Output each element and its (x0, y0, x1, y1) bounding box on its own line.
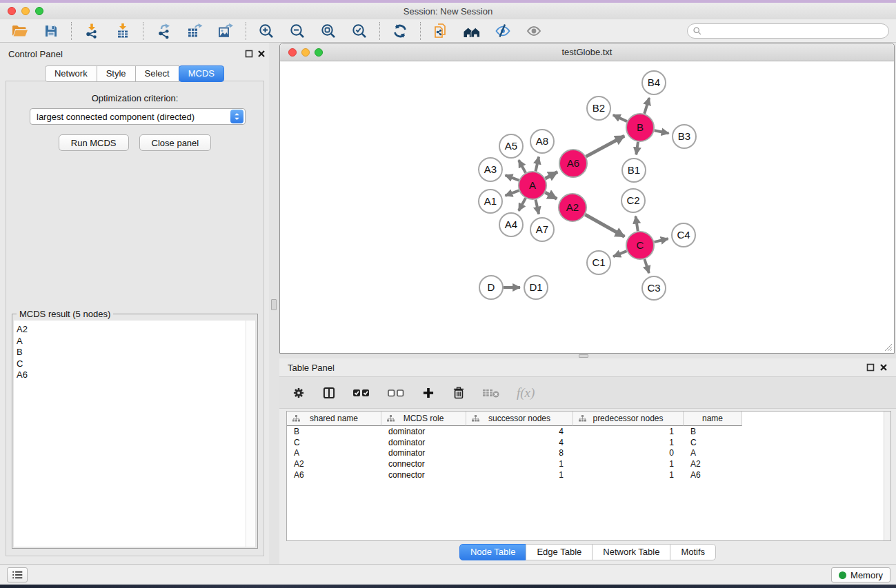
edge-A6-B[interactable] (586, 136, 625, 156)
edge-A-A7[interactable] (536, 200, 539, 214)
new-network-icon[interactable] (429, 21, 452, 41)
node-A7[interactable]: A7 (530, 218, 554, 241)
node-D[interactable]: D (479, 276, 503, 299)
tab-network-table[interactable]: Network Table (592, 544, 670, 560)
create-column-icon[interactable] (421, 386, 435, 400)
edge-B-B4[interactable] (644, 98, 649, 114)
edge-C-C2[interactable] (636, 216, 638, 232)
edge-B-B2[interactable] (613, 115, 627, 121)
float-table-panel-icon[interactable] (866, 363, 875, 372)
node-A3[interactable]: A3 (479, 158, 502, 181)
edge-A-A2[interactable] (545, 192, 557, 199)
node-B[interactable]: B (626, 114, 654, 141)
close-panel-button[interactable]: Close panel (139, 134, 212, 151)
refresh-icon[interactable] (388, 21, 412, 41)
open-session-icon[interactable] (8, 21, 32, 41)
column-header-successor-nodes[interactable]: successor nodes (466, 412, 573, 426)
tab-node-table[interactable]: Node Table (459, 544, 527, 560)
panel-divider[interactable] (269, 43, 279, 564)
table-row[interactable]: Bdominator41B (287, 426, 884, 437)
run-mcds-button[interactable]: Run MCDS (59, 134, 129, 151)
node-A2[interactable]: A2 (559, 194, 586, 221)
search-box[interactable] (687, 23, 889, 39)
delete-table-icon[interactable] (482, 386, 500, 400)
node-C2[interactable]: C2 (621, 189, 645, 212)
node-B2[interactable]: B2 (587, 97, 610, 120)
delete-columns-icon[interactable] (452, 386, 466, 400)
node-C[interactable]: C (626, 232, 654, 259)
import-network-icon[interactable] (80, 21, 103, 41)
zoom-in-icon[interactable] (255, 21, 278, 41)
show-panels-icon[interactable] (522, 21, 546, 41)
mcds-result-item[interactable]: A (17, 336, 246, 347)
close-table-panel-icon[interactable] (879, 363, 888, 372)
table-settings-icon[interactable] (292, 386, 306, 400)
column-header-predecessor-nodes[interactable]: predecessor nodes (573, 412, 684, 426)
node-C3[interactable]: C3 (642, 276, 666, 300)
table-row[interactable]: A6connector11A6 (287, 469, 884, 480)
zoom-out-icon[interactable] (286, 21, 309, 41)
tab-network[interactable]: Network (45, 65, 97, 82)
edge-C-C3[interactable] (644, 259, 649, 273)
tab-style[interactable]: Style (97, 65, 136, 82)
function-builder-button[interactable]: f(x) (517, 385, 535, 401)
table-panel-divider[interactable] (279, 354, 896, 358)
column-header-name[interactable]: name (684, 412, 742, 426)
divider-grip-icon[interactable] (579, 354, 588, 358)
task-history-button[interactable] (7, 567, 28, 582)
zoom-selected-icon[interactable] (348, 21, 371, 41)
node-A5[interactable]: A5 (499, 134, 523, 158)
table-row[interactable]: A2connector11A2 (287, 458, 884, 469)
node-A[interactable]: A (519, 172, 546, 199)
edge-A2-C[interactable] (585, 214, 624, 236)
network-window-titlebar[interactable]: testGlobe.txt (280, 43, 894, 61)
criterion-dropdown[interactable]: largest connected component (directed) (30, 108, 246, 125)
edge-A-A8[interactable] (536, 157, 539, 172)
select-all-columns-icon[interactable] (352, 386, 370, 400)
search-input[interactable] (705, 25, 888, 37)
node-A1[interactable]: A1 (479, 190, 502, 213)
export-table-icon[interactable] (183, 21, 206, 41)
tab-select[interactable]: Select (135, 65, 179, 82)
edge-C-C4[interactable] (654, 239, 668, 242)
float-panel-icon[interactable] (245, 50, 253, 58)
node-B4[interactable]: B4 (642, 71, 666, 94)
mcds-result-item[interactable]: A6 (17, 369, 246, 381)
unselect-all-columns-icon[interactable] (387, 386, 405, 400)
column-header-shared-name[interactable]: shared name (287, 412, 381, 426)
node-B1[interactable]: B1 (622, 159, 646, 182)
memory-button[interactable]: Memory (831, 567, 890, 582)
node-D1[interactable]: D1 (524, 276, 548, 299)
result-scrollbar[interactable] (246, 321, 256, 547)
tab-mcds[interactable]: MCDS (179, 65, 224, 82)
edge-C-C1[interactable] (613, 251, 626, 256)
edge-A-A5[interactable] (519, 160, 526, 172)
table-scrollbar[interactable] (884, 412, 890, 540)
edge-A-A1[interactable] (506, 190, 519, 196)
export-image-icon[interactable] (214, 21, 237, 41)
edge-A-A6[interactable] (546, 172, 558, 179)
mcds-result-item[interactable]: A2 (17, 324, 246, 336)
node-A8[interactable]: A8 (530, 130, 554, 153)
table-row[interactable]: Adominator80A (287, 447, 884, 458)
hide-panels-icon[interactable] (491, 21, 515, 41)
close-control-panel-icon[interactable] (257, 50, 266, 58)
mcds-result-item[interactable]: B (17, 347, 246, 358)
edge-A-A3[interactable] (506, 175, 519, 181)
table-row[interactable]: Cdominator41C (287, 437, 884, 448)
edge-B-B3[interactable] (655, 130, 669, 133)
network-canvas[interactable]: B4B2BB3A5A8A6A3AB1A1A2C2A4A7C4CC1DD1C3 (280, 61, 894, 353)
resize-grip-icon[interactable] (883, 342, 893, 352)
zoom-fit-icon[interactable] (317, 21, 340, 41)
node-B3[interactable]: B3 (673, 125, 696, 148)
edge-A-A4[interactable] (519, 198, 526, 210)
node-C1[interactable]: C1 (587, 251, 610, 274)
import-table-icon[interactable] (111, 21, 135, 41)
home-icon[interactable] (460, 21, 484, 41)
edge-B-B1[interactable] (636, 142, 638, 154)
node-C4[interactable]: C4 (672, 223, 695, 247)
export-network-icon[interactable] (152, 21, 175, 41)
network-graph[interactable]: B4B2BB3A5A8A6A3AB1A1A2C2A4A7C4CC1DD1C3 (280, 61, 894, 352)
column-header-MCDS-role[interactable]: MCDS role (381, 412, 466, 426)
split-view-icon[interactable] (322, 386, 336, 400)
